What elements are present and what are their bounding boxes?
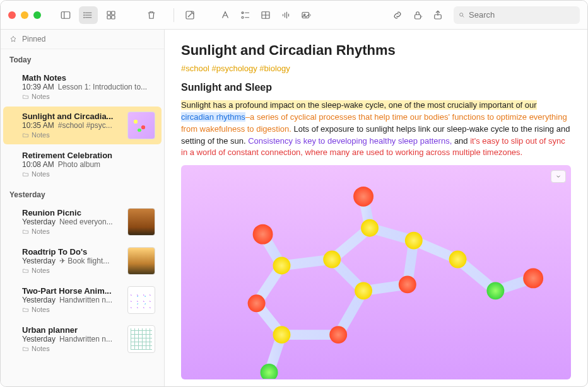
share-button[interactable] — [428, 6, 447, 24]
svg-point-36 — [361, 219, 379, 237]
svg-point-37 — [323, 251, 341, 269]
media-button[interactable] — [297, 6, 315, 24]
fullscreen-window-button[interactable] — [33, 11, 41, 19]
svg-point-28 — [460, 13, 463, 16]
note-content[interactable]: Sunlight and Circadian Rhythms #school #… — [165, 30, 587, 386]
delete-note-button[interactable] — [142, 6, 161, 24]
svg-rect-26 — [415, 14, 421, 19]
note-item-title: Roadtrip To Do's — [22, 247, 122, 257]
tag[interactable]: #school — [181, 64, 209, 73]
note-image[interactable] — [181, 165, 571, 379]
minimize-window-button[interactable] — [21, 11, 28, 19]
svg-point-6 — [84, 14, 85, 15]
note-thumbnail — [127, 112, 155, 139]
note-list-item[interactable]: Retirement Celebration10:08 AMPhoto albu… — [3, 146, 162, 183]
folder-icon — [22, 228, 29, 235]
note-item-folder: Notes — [22, 306, 122, 313]
svg-point-30 — [253, 224, 273, 245]
svg-point-7 — [84, 17, 85, 18]
note-thumbnail — [127, 247, 155, 275]
folder-icon — [22, 267, 29, 274]
svg-point-42 — [355, 282, 372, 300]
svg-point-33 — [486, 282, 504, 300]
section-yesterday: Yesterday — [1, 184, 164, 202]
note-item-subtitle: YesterdayHandwritten n... — [22, 296, 122, 304]
note-item-subtitle: Yesterday✈︎ Book flight... — [22, 257, 122, 265]
note-item-title: Two-Part Horse Anim... — [22, 286, 122, 296]
folder-icon — [22, 93, 29, 100]
toggle-sidebar-button[interactable] — [56, 6, 75, 24]
note-item-title: Retirement Celebration — [22, 151, 155, 160]
note-list-item[interactable]: Sunlight and Circadia...10:35 AM#school … — [3, 107, 162, 144]
gallery-view-button[interactable] — [102, 6, 121, 24]
folder-icon — [22, 306, 29, 313]
svg-point-31 — [353, 187, 373, 207]
svg-point-40 — [273, 326, 291, 344]
note-thumbnail — [127, 286, 155, 314]
note-list-item[interactable]: Roadtrip To Do'sYesterday✈︎ Book flight.… — [3, 242, 162, 280]
toolbar-right — [180, 6, 580, 24]
main-body: Pinned Today Math Notes10:39 AMLesson 1:… — [1, 30, 587, 386]
search-input[interactable] — [469, 10, 575, 20]
folder-icon — [22, 171, 29, 178]
link-text[interactable]: circadian rhythms — [181, 112, 245, 122]
svg-line-29 — [462, 16, 464, 17]
molecule-graphic — [181, 165, 571, 379]
pinned-label: Pinned — [22, 35, 45, 43]
pinned-header[interactable]: Pinned — [1, 30, 164, 49]
note-item-folder: Notes — [22, 131, 122, 139]
svg-point-39 — [248, 295, 266, 313]
highlighted-text: Sunlight has a profound impact on the sl… — [181, 100, 537, 110]
search-field[interactable] — [454, 6, 580, 24]
note-item-title: Math Notes — [22, 73, 155, 83]
note-list-item[interactable]: Reunion PicnicYesterdayNeed everyon...No… — [3, 203, 162, 241]
list-view-button[interactable] — [79, 6, 98, 24]
folder-icon — [22, 345, 29, 352]
note-list-item[interactable]: Math Notes10:39 AMLesson 1: Introduction… — [3, 68, 162, 105]
note-list-item[interactable]: Two-Part Horse Anim...YesterdayHandwritt… — [3, 281, 162, 319]
audio-button[interactable] — [276, 6, 295, 24]
note-item-subtitle: YesterdayNeed everyon... — [22, 217, 122, 226]
lock-note-button[interactable] — [408, 6, 427, 24]
close-window-button[interactable] — [8, 11, 16, 19]
note-thumbnail — [127, 208, 155, 236]
note-paragraph: Sunlight has a profound impact on the sl… — [181, 100, 571, 159]
note-item-folder: Notes — [22, 93, 155, 100]
svg-point-43 — [399, 276, 416, 294]
note-item-subtitle: 10:35 AM#school #psyc... — [22, 121, 122, 130]
note-list-item[interactable]: Urban plannerYesterdayHandwritten n...No… — [3, 320, 162, 358]
notes-sidebar: Pinned Today Math Notes10:39 AMLesson 1:… — [1, 30, 165, 386]
note-item-folder: Notes — [22, 345, 122, 352]
svg-point-35 — [405, 232, 423, 250]
new-note-button[interactable] — [180, 6, 199, 24]
svg-rect-9 — [112, 11, 115, 14]
tag[interactable]: #biology — [259, 64, 290, 73]
note-title: Sunlight and Circadian Rhythms — [181, 42, 571, 59]
svg-point-15 — [242, 16, 244, 18]
svg-point-41 — [329, 326, 347, 344]
note-thumbnail — [127, 325, 155, 353]
text-format-button[interactable] — [216, 6, 235, 24]
note-item-folder: Notes — [22, 170, 155, 178]
link-note-button[interactable] — [388, 6, 407, 24]
svg-point-34 — [449, 251, 467, 269]
note-item-folder: Notes — [22, 228, 122, 235]
svg-point-32 — [523, 269, 543, 289]
svg-point-38 — [273, 257, 291, 275]
note-item-subtitle: 10:39 AMLesson 1: Introduction to... — [22, 83, 155, 91]
note-tags: #school #psychology #biology — [181, 64, 571, 73]
table-button[interactable] — [256, 6, 275, 24]
svg-point-5 — [84, 12, 85, 13]
folder-icon — [22, 132, 29, 139]
colored-text: Consistency is key to developing healthy… — [248, 136, 452, 146]
note-item-title: Sunlight and Circadia... — [22, 112, 122, 121]
note-item-subtitle: 10:08 AMPhoto album — [22, 160, 155, 169]
note-item-subtitle: YesterdayHandwritten n... — [22, 335, 122, 344]
svg-rect-8 — [107, 11, 110, 14]
toolbar-left — [8, 6, 167, 24]
svg-rect-0 — [61, 11, 70, 18]
svg-rect-11 — [112, 15, 115, 18]
checklist-button[interactable] — [236, 6, 255, 24]
window-controls — [8, 11, 41, 19]
tag[interactable]: #psychology — [211, 64, 257, 73]
